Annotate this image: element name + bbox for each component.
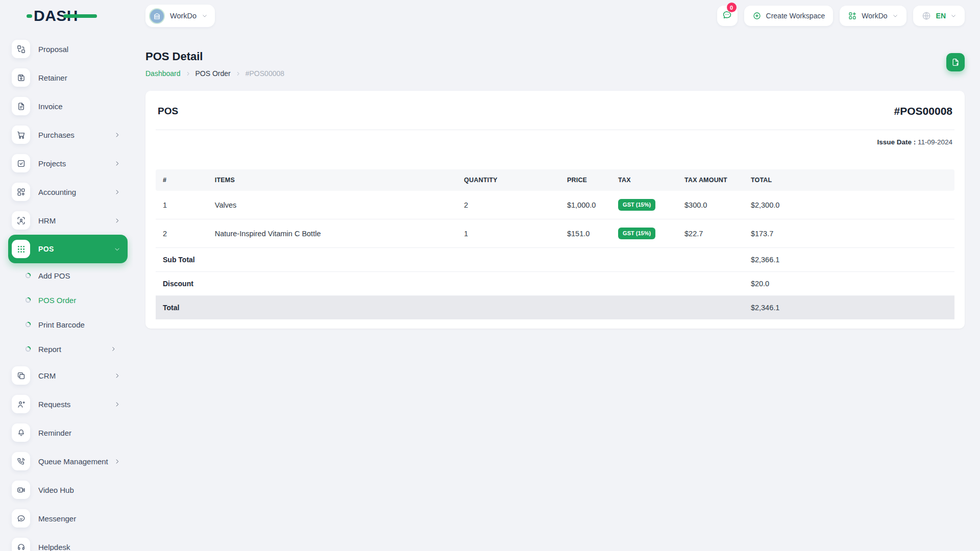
sidebar-item-hrm[interactable]: HRM bbox=[8, 206, 128, 235]
chevron-right-icon bbox=[114, 217, 120, 224]
workspace-selector[interactable]: WorkDo bbox=[145, 5, 215, 27]
sub-bullet-icon bbox=[25, 346, 31, 352]
cell-index: 1 bbox=[156, 191, 215, 219]
tax-badge: GST (15%) bbox=[618, 199, 655, 211]
summary-label-cell: Sub Total bbox=[156, 248, 751, 272]
pos-item-row: 1Valves2$1,000.0GST (15%)$300.0$2,300.0 bbox=[156, 191, 954, 219]
sidebar-subitem-label: Print Barcode bbox=[38, 320, 116, 329]
requests-icon bbox=[12, 395, 30, 413]
cell-quantity: 1 bbox=[464, 219, 567, 248]
projects-icon bbox=[12, 154, 30, 172]
breadcrumb-pos-order[interactable]: POS Order bbox=[195, 68, 231, 79]
summary-label: Sub Total bbox=[163, 256, 195, 264]
sub-bullet-icon bbox=[25, 321, 31, 328]
sidebar-item-proposal[interactable]: Proposal bbox=[8, 35, 128, 63]
cell-tax-amount: $22.7 bbox=[684, 219, 751, 248]
sub-bullet-icon bbox=[25, 297, 31, 303]
column-header-tax-amount: TAX AMOUNT bbox=[684, 169, 751, 191]
breadcrumb-dashboard[interactable]: Dashboard bbox=[145, 68, 181, 79]
plus-circle-icon bbox=[752, 11, 762, 20]
sidebar-item-accounting[interactable]: Accounting bbox=[8, 178, 128, 206]
helpdesk-icon bbox=[12, 538, 30, 551]
pos-number: #POS00008 bbox=[894, 105, 952, 117]
sidebar-item-purchases[interactable]: Purchases bbox=[8, 120, 128, 149]
retainer-icon bbox=[12, 68, 30, 87]
chevron-right-icon bbox=[114, 160, 120, 167]
cell-index: 2 bbox=[156, 219, 215, 248]
summary-value-cell: $2,366.1 bbox=[751, 248, 954, 272]
workspace-name: WorkDo bbox=[170, 12, 197, 20]
proposal-icon bbox=[12, 40, 30, 58]
language-label: EN bbox=[936, 12, 946, 20]
sidebar: ProposalRetainerInvoicePurchasesProjects… bbox=[0, 32, 133, 551]
sidebar-item-queue-management[interactable]: Queue Management bbox=[8, 447, 128, 475]
tax-badge: GST (15%) bbox=[618, 228, 655, 239]
sub-bullet-icon bbox=[25, 272, 31, 279]
summary-label: Discount bbox=[163, 280, 193, 288]
accounting-icon bbox=[12, 183, 30, 201]
main-content: POS Detail Dashboard POS Order #POS00008… bbox=[133, 32, 980, 551]
pos-summary-row-discount: Discount$20.0 bbox=[156, 272, 954, 296]
sidebar-item-messenger[interactable]: Messenger bbox=[8, 504, 128, 533]
cell-price: $1,000.0 bbox=[567, 191, 618, 219]
sidebar-item-pos[interactable]: POS bbox=[8, 235, 128, 263]
chevron-down-icon bbox=[202, 13, 208, 19]
sidebar-item-video-hub[interactable]: Video Hub bbox=[8, 475, 128, 504]
issue-date: Issue Date : 11-09-2024 bbox=[156, 130, 954, 149]
card-header: POS #POS00008 bbox=[156, 91, 954, 130]
chevron-right-icon bbox=[114, 401, 120, 408]
sidebar-item-reminder[interactable]: Reminder bbox=[8, 418, 128, 447]
pos-summary-row-total: Total$2,346.1 bbox=[156, 296, 954, 320]
breadcrumb-current: #POS00008 bbox=[246, 68, 284, 79]
sidebar-item-label: CRM bbox=[38, 371, 114, 380]
sidebar-subitem-print-barcode[interactable]: Print Barcode bbox=[8, 312, 128, 337]
breadcrumb: Dashboard POS Order #POS00008 bbox=[145, 68, 284, 79]
sidebar-item-crm[interactable]: CRM bbox=[8, 361, 128, 390]
language-menu-button[interactable]: EN bbox=[913, 6, 965, 26]
sidebar-item-projects[interactable]: Projects bbox=[8, 149, 128, 178]
messages-badge: 0 bbox=[727, 3, 737, 12]
hrm-icon bbox=[12, 211, 30, 230]
pos-items-table: #ITEMSQUANTITYPRICETAXTAX AMOUNTTOTAL 1V… bbox=[156, 169, 954, 319]
chevron-right-icon bbox=[110, 346, 116, 352]
column-header-total: TOTAL bbox=[751, 169, 954, 191]
summary-label: Total bbox=[163, 304, 179, 312]
dash-logo: DASH bbox=[34, 7, 78, 24]
chevron-right-icon bbox=[235, 71, 241, 77]
messages-button[interactable]: 0 bbox=[717, 6, 738, 26]
globe-icon bbox=[921, 11, 932, 21]
grid-plus-icon bbox=[848, 11, 857, 20]
sidebar-item-label: Invoice bbox=[38, 102, 120, 111]
sidebar-item-helpdesk[interactable]: Helpdesk bbox=[8, 533, 128, 551]
chevron-right-icon bbox=[185, 71, 191, 77]
sidebar-item-label: HRM bbox=[38, 216, 114, 225]
building-icon bbox=[149, 8, 165, 24]
purchases-icon bbox=[12, 126, 30, 144]
sidebar-item-invoice[interactable]: Invoice bbox=[8, 92, 128, 120]
sidebar-submenu-pos: Add POSPOS OrderPrint BarcodeReport bbox=[8, 263, 128, 361]
cell-total: $173.7 bbox=[751, 219, 954, 248]
export-pos-button[interactable] bbox=[946, 53, 965, 71]
create-workspace-button[interactable]: Create Workspace bbox=[744, 6, 834, 26]
summary-value-cell: $20.0 bbox=[751, 272, 954, 296]
sidebar-item-retainer[interactable]: Retainer bbox=[8, 63, 128, 92]
sidebar-item-requests[interactable]: Requests bbox=[8, 390, 128, 418]
sidebar-subitem-pos-order[interactable]: POS Order bbox=[8, 288, 128, 312]
title-block: POS Detail Dashboard POS Order #POS00008 bbox=[145, 50, 284, 79]
sidebar-subitem-report[interactable]: Report bbox=[8, 337, 128, 361]
logo-zone: DASH bbox=[0, 7, 133, 24]
reminder-icon bbox=[12, 423, 30, 442]
video-hub-icon bbox=[12, 481, 30, 499]
sidebar-item-label: Reminder bbox=[38, 429, 120, 437]
chevron-down-icon bbox=[950, 13, 957, 19]
workspace-menu-button[interactable]: WorkDo bbox=[840, 6, 906, 26]
sidebar-item-label: Messenger bbox=[38, 514, 120, 523]
cell-tax: GST (15%) bbox=[618, 191, 684, 219]
column-header-price: PRICE bbox=[567, 169, 618, 191]
queue-icon bbox=[12, 452, 30, 470]
sidebar-subitem-add-pos[interactable]: Add POS bbox=[8, 263, 128, 288]
column-header-tax: TAX bbox=[618, 169, 684, 191]
cell-tax-amount: $300.0 bbox=[684, 191, 751, 219]
cell-item: Valves bbox=[215, 191, 464, 219]
sidebar-item-label: Retainer bbox=[38, 73, 120, 82]
